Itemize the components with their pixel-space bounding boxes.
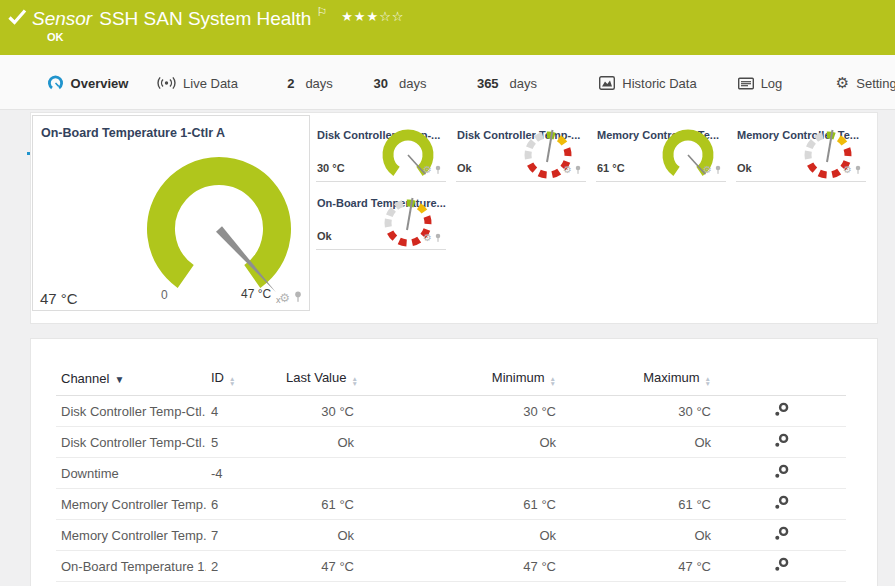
object-type-label: Sensor <box>32 8 92 29</box>
flag-icon[interactable]: ⚐ <box>316 5 327 19</box>
tab-number: 365 <box>477 76 499 91</box>
gauge-value: 61 °C <box>597 162 625 174</box>
gauge-panel-memory-ctlr-status[interactable]: Memory Controller Te... Ok ⚙ <box>736 123 866 182</box>
column-header-minimum[interactable]: Minimum▲▼ <box>359 364 561 396</box>
gauge-icon <box>47 75 64 91</box>
gauge-value: Ok <box>317 230 332 242</box>
tab-30-days[interactable]: 30days <box>360 68 440 98</box>
channel-maximum: Ok <box>561 427 716 458</box>
channel-maximum: 61 °C <box>561 489 716 520</box>
channel-name[interactable]: On-Board Temperature 1... <box>56 582 206 586</box>
tab-label: days <box>510 76 537 91</box>
tab-label: Overview <box>71 76 129 91</box>
tab-label: days <box>305 76 332 91</box>
gear-icon[interactable]: ⚙ <box>423 233 432 243</box>
channel-table-panel: Channel▼ ID▲▼ Last Value▲▼ Minimum▲▼ Max… <box>30 338 878 586</box>
wrench-icon[interactable] <box>774 436 789 451</box>
channel-id: 4 <box>206 396 281 427</box>
tab-label: Settings <box>856 76 895 91</box>
gauge-panel-disk-ctlr-temp[interactable]: Disk Controller Temp-... 30 °C ⚙ <box>316 123 446 182</box>
tab-settings[interactable]: ⚙ Settings <box>822 68 895 98</box>
channel-name[interactable]: Downtime <box>56 458 206 489</box>
wrench-icon[interactable] <box>774 560 789 575</box>
gear-icon[interactable]: ⚙ <box>423 165 432 175</box>
channel-table: Channel▼ ID▲▼ Last Value▲▼ Minimum▲▼ Max… <box>56 364 846 586</box>
channel-last-value: 30 °C <box>281 396 359 427</box>
tab-label: days <box>399 76 426 91</box>
table-row: Memory Controller Temp... 6 61 °C 61 °C … <box>56 489 846 520</box>
channel-id: 7 <box>206 520 281 551</box>
pin-icon[interactable] <box>714 161 722 179</box>
channel-id: 3 <box>206 582 281 586</box>
gauge-value: Ok <box>457 162 472 174</box>
column-header-channel[interactable]: Channel▼ <box>56 364 206 396</box>
channel-maximum: Ok <box>561 582 716 586</box>
tab-365-days[interactable]: 365days <box>462 68 552 98</box>
channel-last-value: 47 °C <box>281 551 359 582</box>
gauge-panel-onboard-temp-status[interactable]: On-Board Temperature... Ok ⚙ <box>316 191 446 250</box>
channel-last-value: Ok <box>281 582 359 586</box>
channel-name[interactable]: On-Board Temperature 1... <box>56 551 206 582</box>
pin-icon[interactable] <box>293 289 303 307</box>
sort-desc-icon: ▼ <box>114 374 124 385</box>
tab-bar: Overview Live Data 2days 30days 365days … <box>0 55 895 110</box>
page-title: SSH SAN System Health <box>99 8 311 29</box>
tab-log[interactable]: Log <box>716 68 804 98</box>
pin-icon[interactable] <box>434 229 442 247</box>
channel-id: 6 <box>206 489 281 520</box>
channel-maximum: Ok <box>561 520 716 551</box>
channel-id: -4 <box>206 458 281 489</box>
gauge-panel-onboard-temp-1[interactable]: On-Board Temperature 1-Ctlr A x 0 47 °C … <box>32 115 310 311</box>
channel-id: 5 <box>206 427 281 458</box>
channel-name[interactable]: Disk Controller Temp-Ctl... <box>56 427 206 458</box>
table-row: On-Board Temperature 1... 2 47 °C 47 °C … <box>56 551 846 582</box>
wrench-icon[interactable] <box>774 405 789 420</box>
tab-label: Live Data <box>183 76 238 91</box>
sort-icon: ▲▼ <box>550 376 556 386</box>
tab-overview[interactable]: Overview <box>27 68 148 98</box>
pin-icon[interactable] <box>574 161 582 179</box>
sort-icon: ▲▼ <box>229 376 235 386</box>
table-row: Memory Controller Temp... 7 Ok Ok Ok <box>56 520 846 551</box>
channel-id: 2 <box>206 551 281 582</box>
pin-icon[interactable] <box>434 161 442 179</box>
channel-minimum <box>359 458 561 489</box>
table-row: Downtime -4 <box>56 458 846 489</box>
channel-name[interactable]: Disk Controller Temp-Ctl... <box>56 396 206 427</box>
column-header-tools <box>716 364 846 396</box>
tab-label: Log <box>761 76 783 91</box>
tab-number: 2 <box>287 76 294 91</box>
channel-maximum <box>561 458 716 489</box>
gear-icon[interactable]: ⚙ <box>279 292 290 304</box>
table-row: On-Board Temperature 1... 3 Ok Ok Ok <box>56 582 846 586</box>
channel-name[interactable]: Memory Controller Temp... <box>56 489 206 520</box>
log-icon <box>738 77 754 90</box>
channel-minimum: Ok <box>359 582 561 586</box>
priority-stars[interactable]: ★★★☆☆ <box>341 9 404 24</box>
channel-maximum: 47 °C <box>561 551 716 582</box>
tab-2-days[interactable]: 2days <box>270 68 350 98</box>
wrench-icon[interactable] <box>774 498 789 513</box>
gear-icon[interactable]: ⚙ <box>563 165 572 175</box>
wrench-icon[interactable] <box>774 529 789 544</box>
gear-icon: ⚙ <box>836 77 849 89</box>
pin-icon[interactable] <box>854 161 862 179</box>
channel-maximum: 30 °C <box>561 396 716 427</box>
tab-live-data[interactable]: Live Data <box>150 68 245 98</box>
channel-name[interactable]: Memory Controller Temp... <box>56 520 206 551</box>
channel-last-value: Ok <box>281 520 359 551</box>
column-header-id[interactable]: ID▲▼ <box>206 364 281 396</box>
column-header-maximum[interactable]: Maximum▲▼ <box>561 364 716 396</box>
chart-icon <box>599 76 615 90</box>
channel-minimum: Ok <box>359 427 561 458</box>
column-header-last-value[interactable]: Last Value▲▼ <box>281 364 359 396</box>
channel-last-value: Ok <box>281 427 359 458</box>
gear-icon[interactable]: ⚙ <box>703 165 712 175</box>
gauge-panel-disk-ctlr-status[interactable]: Disk Controller Temp-... Ok ⚙ <box>456 123 586 182</box>
wrench-icon[interactable] <box>774 467 789 482</box>
gear-icon[interactable]: ⚙ <box>843 165 852 175</box>
gauge-panel-memory-ctlr-temp[interactable]: Memory Controller Te... 61 °C ⚙ <box>596 123 726 182</box>
tab-historic-data[interactable]: Historic Data <box>588 68 708 98</box>
gauges-panel: On-Board Temperature 1-Ctlr A x 0 47 °C … <box>30 112 878 324</box>
table-row: Disk Controller Temp-Ctl... 4 30 °C 30 °… <box>56 396 846 427</box>
